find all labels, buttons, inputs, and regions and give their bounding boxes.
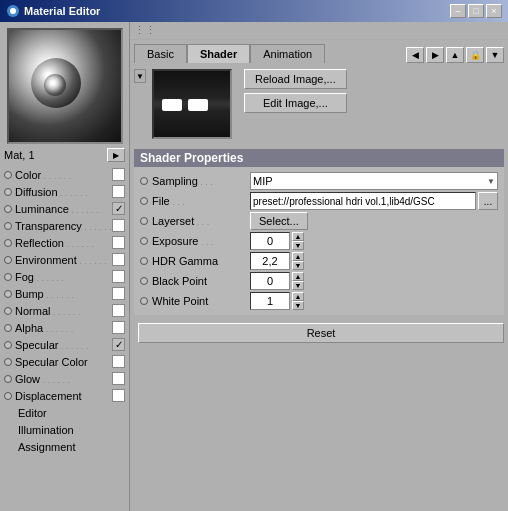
nav-next-button[interactable]: ▶ — [426, 47, 444, 63]
list-item: Fog — [0, 268, 129, 285]
preview-sphere — [9, 30, 121, 142]
white-point-spin-up[interactable]: ▲ — [292, 292, 304, 301]
prop-label-alpha: Alpha — [15, 322, 112, 334]
image-section: ▼ Reload Image,... Edit Image,... — [130, 63, 508, 145]
white-point-spin-down[interactable]: ▼ — [292, 301, 304, 310]
hdr-gamma-spin-down[interactable]: ▼ — [292, 261, 304, 270]
tab-basic[interactable]: Basic — [134, 44, 187, 63]
white-point-row: White Point 1 ▲ ▼ — [136, 291, 502, 311]
nav-up-button[interactable]: ▲ — [446, 47, 464, 63]
prop-checkbox-glow[interactable] — [112, 372, 125, 385]
sampling-dropdown[interactable]: MIP ▼ — [250, 172, 498, 190]
hdr-gamma-control: 2,2 ▲ ▼ — [250, 252, 498, 270]
file-label-text: File — [152, 195, 185, 207]
image-buttons: Reload Image,... Edit Image,... — [244, 65, 347, 143]
tab-shader[interactable]: Shader — [187, 44, 250, 63]
list-item: Luminance — [0, 200, 129, 217]
prop-checkbox-diffusion[interactable] — [112, 185, 125, 198]
prop-indicator — [4, 290, 12, 298]
prop-indicator — [4, 324, 12, 332]
reload-image-button[interactable]: Reload Image,... — [244, 69, 347, 89]
material-preview — [7, 28, 123, 144]
close-button[interactable]: × — [486, 4, 502, 18]
layerset-select-button[interactable]: Select... — [250, 212, 308, 230]
file-path-display[interactable]: preset://professional hdri vol.1,lib4d/G… — [250, 192, 476, 210]
white-point-input[interactable]: 1 — [250, 292, 290, 310]
white-point-spinners: ▲ ▼ — [292, 292, 304, 310]
black-point-spin-down[interactable]: ▼ — [292, 281, 304, 290]
toolbar-dots: ⋮⋮ — [130, 22, 508, 40]
minimize-button[interactable]: – — [450, 4, 466, 18]
layerset-row: Layerset Select... — [136, 211, 502, 231]
prop-indicator — [4, 375, 12, 383]
file-indicator — [140, 197, 148, 205]
prop-indicator — [4, 273, 12, 281]
list-item: Editor — [0, 404, 129, 421]
prop-checkbox-bump[interactable] — [112, 287, 125, 300]
exposure-spin-up[interactable]: ▲ — [292, 232, 304, 241]
list-item: Assignment — [0, 438, 129, 455]
reset-button[interactable]: Reset — [138, 323, 504, 343]
svg-point-1 — [10, 8, 16, 14]
hdr-gamma-spinners: ▲ ▼ — [292, 252, 304, 270]
layerset-indicator — [140, 217, 148, 225]
image-preview — [154, 71, 230, 137]
tab-animation[interactable]: Animation — [250, 44, 325, 63]
prop-checkbox-color[interactable] — [112, 168, 125, 181]
black-point-row: Black Point 0 ▲ ▼ — [136, 271, 502, 291]
list-item: Bump — [0, 285, 129, 302]
prop-label-assignment: Assignment — [18, 441, 125, 453]
image-list-arrow[interactable]: ▼ — [134, 69, 146, 83]
prop-checkbox-transparency[interactable] — [112, 219, 125, 232]
list-item: Color — [0, 166, 129, 183]
exposure-input[interactable]: 0 — [250, 232, 290, 250]
nav-lock-button[interactable]: 🔒 — [466, 47, 484, 63]
app-icon — [6, 4, 20, 18]
edit-image-button[interactable]: Edit Image,... — [244, 93, 347, 113]
white-point-indicator — [140, 297, 148, 305]
prop-label-displacement: Displacement — [15, 390, 112, 402]
property-list: Color Diffusion Luminance Transparency — [0, 164, 129, 511]
maximize-button[interactable]: □ — [468, 4, 484, 18]
file-browse-button[interactable]: ... — [478, 192, 498, 210]
prop-label-diffusion: Diffusion — [15, 186, 112, 198]
prop-checkbox-alpha[interactable] — [112, 321, 125, 334]
exposure-label-text: Exposure — [152, 235, 214, 247]
layerset-control: Select... — [250, 212, 498, 230]
mat-label-row: Mat, 1 ▶ — [0, 146, 129, 164]
list-item: Transparency — [0, 217, 129, 234]
prop-checkbox-specular[interactable] — [112, 338, 125, 351]
nav-menu-button[interactable]: ▼ — [486, 47, 504, 63]
material-name-label: Mat, 1 — [4, 149, 107, 161]
prop-checkbox-fog[interactable] — [112, 270, 125, 283]
prop-indicator — [4, 222, 12, 230]
prop-indicator — [4, 256, 12, 264]
material-arrow-button[interactable]: ▶ — [107, 148, 125, 162]
file-row: File preset://professional hdri vol.1,li… — [136, 191, 502, 211]
exposure-spin-down[interactable]: ▼ — [292, 241, 304, 250]
prop-checkbox-luminance[interactable] — [112, 202, 125, 215]
prop-checkbox-reflection[interactable] — [112, 236, 125, 249]
window-title: Material Editor — [24, 5, 100, 17]
prop-label-bump: Bump — [15, 288, 112, 300]
sampling-control: MIP ▼ — [250, 172, 498, 190]
nav-prev-button[interactable]: ◀ — [406, 47, 424, 63]
prop-label-environment: Environment — [15, 254, 112, 266]
black-point-input[interactable]: 0 — [250, 272, 290, 290]
hdr-gamma-spin-up[interactable]: ▲ — [292, 252, 304, 261]
prop-checkbox-displacement[interactable] — [112, 389, 125, 402]
prop-checkbox-environment[interactable] — [112, 253, 125, 266]
prop-indicator — [4, 205, 12, 213]
main-content: Mat, 1 ▶ Color Diffusion Luminance — [0, 22, 508, 511]
hdr-gamma-input[interactable]: 2,2 — [250, 252, 290, 270]
prop-checkbox-specular-color[interactable] — [112, 355, 125, 368]
prop-label-luminance: Luminance — [15, 203, 112, 215]
black-point-spin-up[interactable]: ▲ — [292, 272, 304, 281]
exposure-indicator — [140, 237, 148, 245]
list-item: Illumination — [0, 421, 129, 438]
file-label: File — [140, 195, 250, 207]
exposure-label: Exposure — [140, 235, 250, 247]
prop-indicator — [4, 392, 12, 400]
prop-checkbox-normal[interactable] — [112, 304, 125, 317]
sampling-label: Sampling — [140, 175, 250, 187]
